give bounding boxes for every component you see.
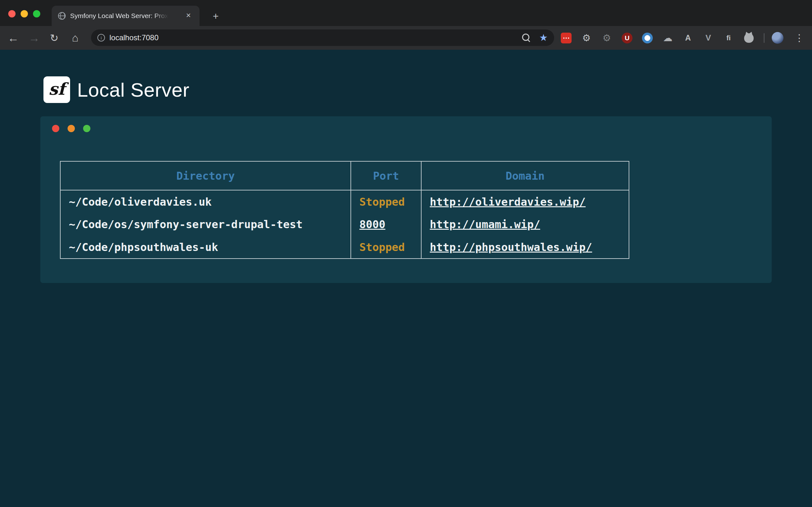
browser-frame: Symfony Local Web Server: Prox × +	[0, 0, 812, 26]
header-directory: Directory	[60, 161, 351, 190]
octocat-shape	[744, 33, 754, 43]
header-domain: Domain	[421, 161, 629, 190]
directory-cell: ~/Code/oliverdavies.uk	[60, 190, 351, 213]
table-row: ~/Code/phpsouthwales-uk Stopped http://p…	[60, 236, 629, 259]
tab-close-icon[interactable]: ×	[184, 11, 193, 20]
header-port: Port	[351, 161, 421, 190]
window-fullscreen-button[interactable]	[33, 10, 40, 17]
address-bar[interactable]: i localhost:7080 ★	[91, 30, 554, 46]
status-stopped-label: Stopped	[359, 195, 405, 208]
domain-link[interactable]: http://phpsouthwales.wip/	[430, 241, 592, 253]
table-row: ~/Code/oliverdavies.uk Stopped http://ol…	[60, 190, 629, 213]
extension-ublock-icon[interactable]: U	[622, 33, 632, 43]
extension-letter-v-icon[interactable]: V	[703, 33, 714, 43]
domain-cell: http://phpsouthwales.wip/	[421, 236, 629, 259]
directory-cell: ~/Code/os/symfony-server-drupal-test	[60, 213, 351, 236]
omnibox-right-icons: ★	[522, 33, 548, 43]
panel-dot-orange	[67, 125, 75, 132]
home-icon[interactable]: ⌂	[66, 26, 84, 50]
window-close-button[interactable]	[8, 10, 15, 17]
url-text[interactable]: localhost:7080	[109, 33, 159, 42]
page-title: Local Server	[77, 76, 189, 103]
port-cell: Stopped	[351, 190, 421, 213]
back-icon[interactable]: ←	[4, 26, 22, 50]
extension-letter-a-icon[interactable]: A	[682, 33, 693, 43]
tab-favicon-globe-icon	[58, 12, 66, 20]
tab-title: Symfony Local Web Server: Prox	[70, 12, 168, 20]
new-tab-button[interactable]: +	[210, 11, 221, 22]
port-cell: 8000	[351, 213, 421, 236]
browser-menu-icon[interactable]: ⋮	[793, 26, 806, 50]
zoom-icon[interactable]	[522, 34, 530, 42]
port-cell: Stopped	[351, 236, 421, 259]
table-row: ~/Code/os/symfony-server-drupal-test 800…	[60, 213, 629, 236]
domain-cell: http://oliverdavies.wip/	[421, 190, 629, 213]
domain-cell: http://umami.wip/	[421, 213, 629, 236]
domain-link[interactable]: http://oliverdavies.wip/	[430, 195, 586, 208]
page-content: sf Local Server Directory Port Domain ~/…	[0, 50, 812, 507]
table-header-row: Directory Port Domain	[60, 161, 629, 190]
extension-clockify-icon[interactable]	[642, 33, 653, 43]
extensions-area: ⋯ ⚙ ⚙ U ☁ A V fi	[561, 26, 754, 50]
profile-avatar[interactable]	[772, 32, 783, 44]
servers-table: Directory Port Domain ~/Code/oliverdavie…	[60, 161, 629, 259]
extension-github-octocat-icon[interactable]	[744, 33, 754, 43]
browser-tab[interactable]: Symfony Local Web Server: Prox ×	[52, 6, 200, 26]
window-minimize-button[interactable]	[20, 10, 28, 17]
panel-dot-green	[83, 125, 90, 132]
server-panel: Directory Port Domain ~/Code/oliverdavie…	[40, 116, 772, 283]
toolbar-separator	[764, 33, 764, 43]
directory-cell: ~/Code/phpsouthwales-uk	[60, 236, 351, 259]
extension-cloud-icon[interactable]: ☁	[662, 33, 673, 43]
domain-link[interactable]: http://umami.wip/	[430, 218, 540, 231]
reload-icon[interactable]: ↻	[45, 26, 63, 50]
port-link[interactable]: 8000	[359, 218, 386, 231]
bookmark-star-icon[interactable]: ★	[539, 33, 548, 43]
extension-gear-dark-icon[interactable]: ⚙	[601, 33, 612, 43]
extension-red-grid-icon[interactable]: ⋯	[561, 33, 571, 43]
extension-fi-icon[interactable]: fi	[723, 33, 734, 43]
browser-toolbar: ← → ↻ ⌂ i localhost:7080 ★ ⋯ ⚙ ⚙ U ☁ A V…	[0, 26, 812, 50]
site-info-icon[interactable]: i	[97, 34, 105, 42]
extension-gear-light-icon[interactable]: ⚙	[581, 33, 592, 43]
panel-dot-red	[52, 125, 59, 132]
forward-icon[interactable]: →	[26, 26, 43, 50]
symfony-logo-glyph: sf	[49, 79, 65, 99]
symfony-logo: sf	[44, 76, 70, 103]
status-stopped-label: Stopped	[359, 241, 405, 253]
